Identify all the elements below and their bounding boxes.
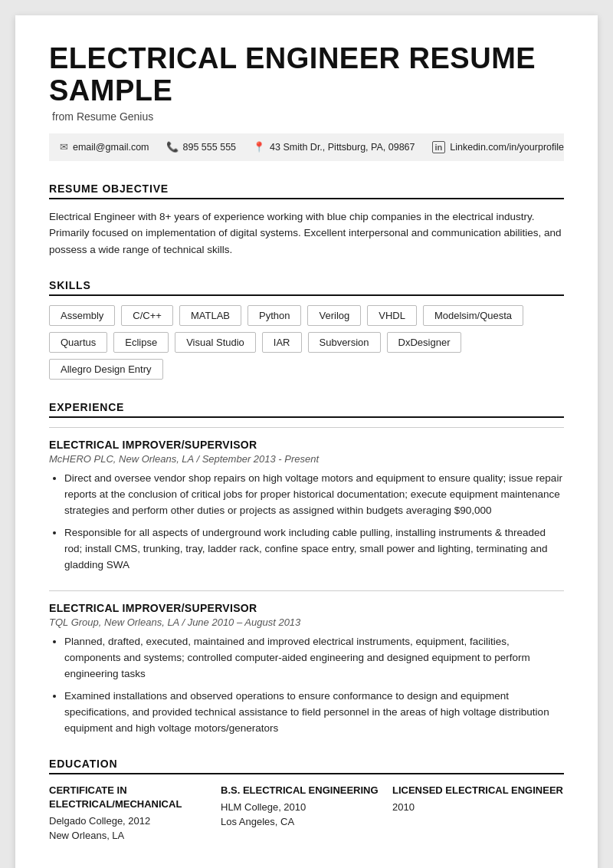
skill-tag: C/C++ (121, 305, 173, 326)
contact-linkedin: in Linkedin.com/in/yourprofile (432, 141, 581, 153)
job-bullets: Direct and oversee vendor shop repairs o… (49, 471, 564, 574)
skill-tag: Verilog (307, 305, 361, 326)
edu-detail: Delgado College, 2012 New Orleans, LA (49, 814, 221, 843)
skill-tag: Modelsim/Questa (423, 305, 523, 326)
education-entry: CERTIFICATE IN ELECTRICAL/MECHANICALDelg… (49, 784, 221, 843)
experience-entry: ELECTRICAL IMPROVER/SUPERVISORMcHERO PLC… (49, 427, 564, 574)
resume-subtitle: from Resume Genius (52, 110, 564, 123)
edu-detail: 2010 (392, 800, 564, 815)
skill-tag: Visual Studio (175, 332, 256, 353)
education-entry: LICENSED ELECTRICAL ENGINEER2010 (392, 784, 564, 843)
resume-title: ELECTRICAL ENGINEER RESUME SAMPLE (49, 43, 564, 107)
contact-email: ✉ email@gmail.com (60, 141, 166, 153)
job-title: ELECTRICAL IMPROVER/SUPERVISOR (49, 602, 564, 614)
job-bullet: Responsible for all aspects of undergrou… (64, 525, 564, 574)
skill-tag: Python (247, 305, 301, 326)
resume-container: ELECTRICAL ENGINEER RESUME SAMPLE from R… (15, 15, 598, 868)
job-meta: TQL Group, New Orleans, LA / June 2010 –… (49, 616, 564, 628)
education-title: EDUCATION (49, 758, 564, 774)
skill-tag: Subversion (308, 332, 381, 353)
skills-section: SKILLS AssemblyC/C++MATLABPythonVerilogV… (49, 279, 564, 380)
job-bullet: Planned, drafted, executed, maintained a… (64, 634, 564, 682)
skill-tag: MATLAB (179, 305, 241, 326)
skill-tag: Quartus (49, 332, 107, 353)
phone-icon: 📞 (166, 141, 179, 153)
edu-degree: LICENSED ELECTRICAL ENGINEER (392, 784, 564, 797)
objective-title: RESUME OBJECTIVE (49, 182, 564, 199)
skill-tag: DxDesigner (387, 332, 462, 353)
experience-title: EXPERIENCE (49, 401, 564, 418)
contact-bar: ✉ email@gmail.com 📞 895 555 555 📍 43 Smi… (49, 133, 564, 161)
header: ELECTRICAL ENGINEER RESUME SAMPLE from R… (49, 43, 564, 123)
education-entry: B.S. ELECTRICAL ENGINEERINGHLM College, … (221, 784, 392, 843)
experience-entry: ELECTRICAL IMPROVER/SUPERVISORTQL Group,… (49, 590, 564, 737)
edu-degree: CERTIFICATE IN ELECTRICAL/MECHANICAL (49, 784, 221, 810)
location-icon: 📍 (253, 141, 265, 153)
education-grid: CERTIFICATE IN ELECTRICAL/MECHANICALDelg… (49, 784, 564, 843)
contact-phone: 📞 895 555 555 (166, 141, 254, 153)
skill-tag: VHDL (367, 305, 417, 326)
job-bullet: Examined installations and observed oper… (64, 689, 564, 737)
skills-title: SKILLS (49, 279, 564, 296)
job-meta: McHERO PLC, New Orleans, LA / September … (49, 453, 564, 465)
skill-tag: IAR (262, 332, 302, 353)
email-icon: ✉ (60, 141, 68, 153)
job-bullet: Direct and oversee vendor shop repairs o… (64, 471, 564, 519)
skills-grid: AssemblyC/C++MATLABPythonVerilogVHDLMode… (49, 305, 564, 380)
objective-text: Electrical Engineer with 8+ years of exp… (49, 209, 564, 258)
job-title: ELECTRICAL IMPROVER/SUPERVISOR (49, 439, 564, 451)
job-bullets: Planned, drafted, executed, maintained a… (49, 634, 564, 737)
skill-tag: Allegro Design Entry (49, 359, 163, 380)
edu-detail: HLM College, 2010 Los Angeles, CA (221, 800, 392, 830)
skill-tag: Assembly (49, 305, 115, 326)
contact-address: 📍 43 Smith Dr., Pittsburg, PA, 09867 (253, 141, 431, 153)
skill-tag: Eclipse (113, 332, 169, 353)
edu-degree: B.S. ELECTRICAL ENGINEERING (221, 784, 392, 797)
linkedin-icon: in (432, 141, 446, 153)
objective-section: RESUME OBJECTIVE Electrical Engineer wit… (49, 182, 564, 258)
experience-section: EXPERIENCE ELECTRICAL IMPROVER/SUPERVISO… (49, 401, 564, 736)
education-section: EDUCATION CERTIFICATE IN ELECTRICAL/MECH… (49, 758, 564, 843)
